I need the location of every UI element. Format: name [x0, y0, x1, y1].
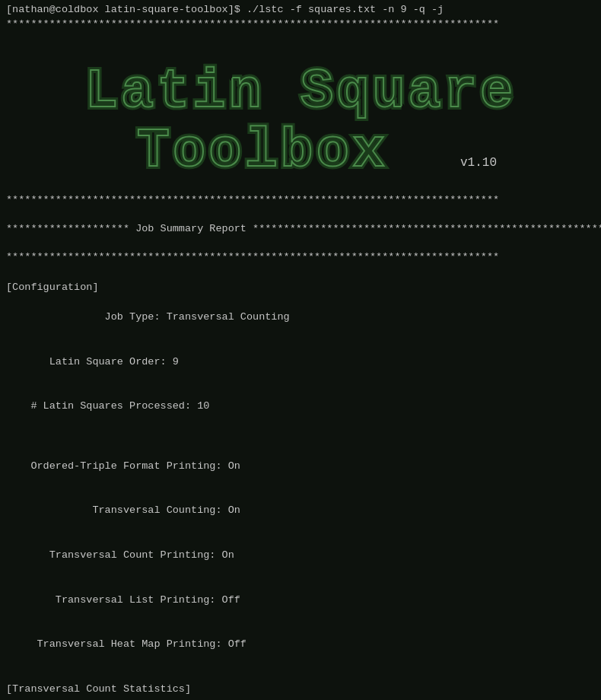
processed-line: # Latin Squares Processed: 10: [6, 384, 595, 429]
config-header: [Configuration]: [6, 280, 595, 295]
stars-sep-1: ****************************************…: [6, 193, 595, 208]
ordered-triple-line: Ordered-Triple Format Printing: On: [6, 444, 595, 488]
processed-value: 10: [191, 400, 209, 412]
transversal-heatmap-label: Transversal Heat Map Printing:: [30, 638, 221, 650]
svg-text:Toolbox: Toolbox: [137, 120, 388, 183]
minimum-line: Minimum: 115: [6, 697, 595, 700]
blank-2: [6, 428, 595, 444]
blank-1: [6, 265, 595, 280]
transversal-counting-line: Transversal Counting: On: [6, 488, 595, 533]
transversal-count-print-value: On: [215, 549, 234, 561]
transversal-counting-value: On: [222, 504, 240, 516]
svg-text:v1.10: v1.10: [460, 156, 497, 170]
transversal-counting-label: Transversal Counting:: [30, 504, 221, 516]
ordered-triple-value: On: [222, 460, 240, 472]
order-label: Latin Square Order:: [30, 356, 166, 368]
terminal-window: [nathan@coldbox latin-square-toolbox]$ .…: [0, 0, 601, 700]
stars-fill: ********************: [376, 223, 499, 234]
ordered-triple-label: Ordered-Triple Format Printing:: [30, 460, 221, 472]
stars-sep-2: ****************************************…: [6, 250, 595, 265]
transversal-list-value: Off: [215, 594, 240, 606]
job-type-value: Transversal Counting: [161, 311, 290, 323]
svg-text:Latin Square: Latin Square: [85, 61, 516, 123]
order-value: 9: [167, 356, 179, 368]
job-type-label: Job Type:: [30, 311, 160, 323]
transversal-count-print-label: Transversal Count Printing:: [30, 549, 215, 561]
ascii-art-title: .block-letter { fill: none; stroke: #4a7…: [6, 32, 595, 193]
transversal-list-line: Transversal List Printing: Off: [6, 578, 595, 622]
command-line: [nathan@coldbox latin-square-toolbox]$ .…: [6, 3, 595, 18]
transversal-heatmap-value: Off: [222, 638, 246, 650]
processed-label: # Latin Squares Processed:: [30, 400, 191, 412]
job-summary-line: ******************** Job Summary Report …: [6, 208, 595, 251]
transversal-count-print-line: Transversal Count Printing: On: [6, 533, 595, 578]
stars-fill2: ********************: [499, 223, 601, 234]
stars-right: ********************: [253, 223, 376, 234]
job-type-line: Job Type: Transversal Counting: [6, 294, 595, 339]
blank-3: [6, 667, 595, 682]
stars-left: ********************: [6, 223, 129, 234]
order-line: Latin Square Order: 9: [6, 339, 595, 384]
stats-header: [Transversal Count Statistics]: [6, 682, 595, 697]
transversal-list-label: Transversal List Printing:: [30, 594, 215, 606]
stars-top-1: ****************************************…: [6, 18, 595, 32]
transversal-heatmap-line: Transversal Heat Map Printing: Off: [6, 622, 595, 667]
job-summary-text: Job Summary Report: [129, 223, 253, 234]
